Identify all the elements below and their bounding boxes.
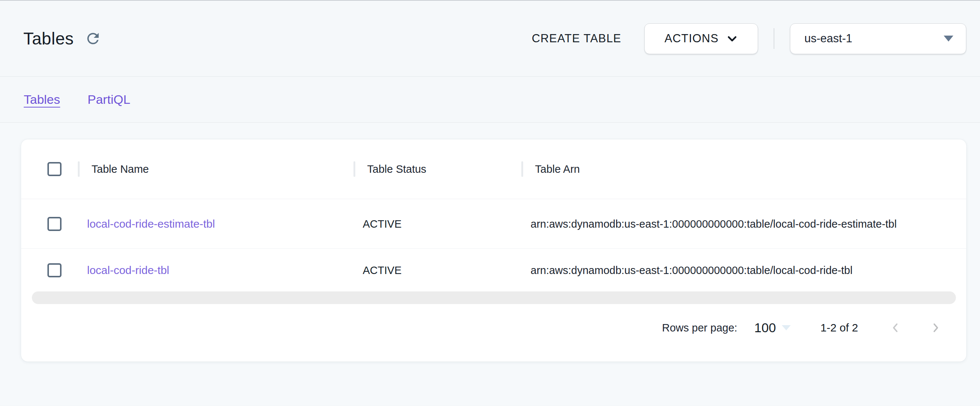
main-content: Table Name Table Status Table Arn local-… xyxy=(0,123,980,405)
table-row: local-cod-ride-tbl ACTIVE arn:aws:dynamo… xyxy=(21,248,966,291)
table-arn-cell: arn:aws:dynamodb:us-east-1:000000000000:… xyxy=(521,264,966,277)
column-header-label: Table Name xyxy=(92,163,149,175)
select-all-cell xyxy=(21,162,78,176)
row-checkbox-cell xyxy=(21,263,78,277)
caret-down-icon xyxy=(944,35,953,42)
table-status-cell: ACTIVE xyxy=(353,217,521,230)
header-divider xyxy=(774,28,774,49)
table-name-cell: local-cod-ride-estimate-tbl xyxy=(78,217,353,230)
rows-per-page-select[interactable]: 100 xyxy=(754,320,776,335)
pagination-range-label: 1-2 of 2 xyxy=(820,321,858,334)
column-resize-handle[interactable] xyxy=(353,161,355,177)
arn-value: arn:aws:dynamodb:us-east-1:000000000000:… xyxy=(531,218,897,230)
table-arn-cell: arn:aws:dynamodb:us-east-1:000000000000:… xyxy=(521,217,966,230)
column-header-table-arn: Table Arn xyxy=(521,139,966,199)
actions-dropdown-button[interactable]: ACTIONS xyxy=(644,23,758,54)
table-header-row: Table Name Table Status Table Arn xyxy=(21,139,966,199)
refresh-icon xyxy=(84,30,102,47)
region-select[interactable]: us-east-1 xyxy=(790,23,966,54)
next-page-button[interactable] xyxy=(929,321,942,334)
refresh-button[interactable] xyxy=(84,30,102,48)
caret-down-icon xyxy=(782,325,791,330)
column-header-label: Table Status xyxy=(367,163,426,175)
create-table-button[interactable]: CREATE TABLE xyxy=(532,32,621,45)
chevron-left-icon xyxy=(889,321,902,334)
row-checkbox[interactable] xyxy=(48,217,62,231)
actions-button-label: ACTIONS xyxy=(664,32,718,45)
column-header-table-name: Table Name xyxy=(78,139,353,199)
status-value: ACTIVE xyxy=(363,264,402,276)
column-resize-handle[interactable] xyxy=(521,161,523,177)
status-value: ACTIVE xyxy=(363,218,402,230)
table-row: local-cod-ride-estimate-tbl ACTIVE arn:a… xyxy=(21,199,966,248)
tables-card: Table Name Table Status Table Arn local-… xyxy=(21,139,966,361)
horizontal-scrollbar[interactable] xyxy=(32,291,956,304)
table-status-cell: ACTIVE xyxy=(353,264,521,277)
chevron-right-icon xyxy=(929,321,942,334)
column-header-label: Table Arn xyxy=(535,163,580,175)
chevron-down-icon xyxy=(726,33,738,45)
tab-partiql[interactable]: PartiQL xyxy=(88,92,130,107)
column-header-table-status: Table Status xyxy=(353,139,521,199)
row-checkbox[interactable] xyxy=(48,263,62,277)
column-resize-handle[interactable] xyxy=(78,161,80,177)
arn-value: arn:aws:dynamodb:us-east-1:000000000000:… xyxy=(531,264,853,276)
select-all-checkbox[interactable] xyxy=(48,162,62,176)
page-header: Tables CREATE TABLE ACTIONS us-east-1 xyxy=(0,1,980,77)
pagination-bar: Rows per page: 100 1-2 of 2 xyxy=(662,310,966,345)
page-title: Tables xyxy=(23,29,74,49)
previous-page-button[interactable] xyxy=(889,321,902,334)
tab-tables[interactable]: Tables xyxy=(24,92,60,107)
table-name-link[interactable]: local-cod-ride-tbl xyxy=(87,264,169,276)
region-select-value: us-east-1 xyxy=(804,32,852,45)
tab-bar: Tables PartiQL xyxy=(0,77,980,123)
row-checkbox-cell xyxy=(21,217,78,231)
title-group: Tables xyxy=(23,29,102,49)
rows-per-page-label: Rows per page: xyxy=(662,322,737,334)
table-name-link[interactable]: local-cod-ride-estimate-tbl xyxy=(87,217,215,230)
table-name-cell: local-cod-ride-tbl xyxy=(78,264,353,277)
